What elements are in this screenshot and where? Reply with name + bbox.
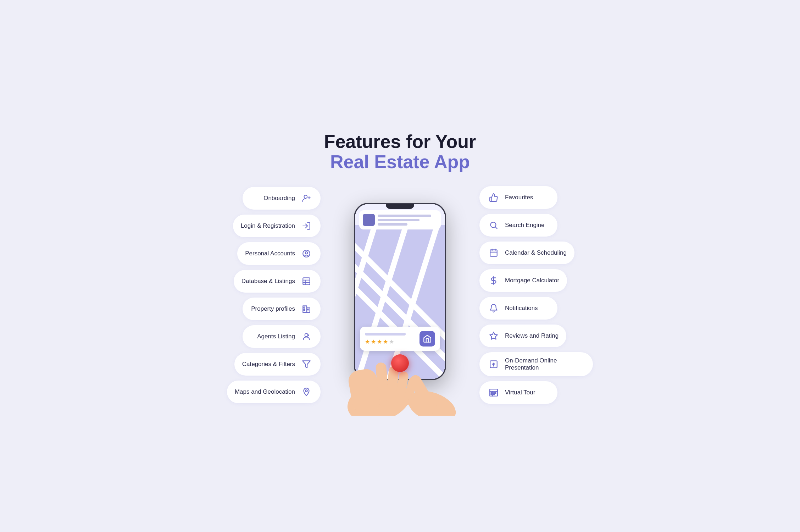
phone-header-card (359, 210, 441, 229)
star-filled: ★ (365, 338, 370, 345)
feature-pill-property-profiles: Property profiles (243, 298, 321, 320)
svg-rect-13 (304, 307, 305, 308)
feature-icon-notifications (487, 302, 500, 315)
feature-pill-online-presentation: On-Demand Online Presentation (479, 352, 593, 376)
svg-point-18 (305, 390, 307, 392)
feature-pill-personal-accounts: Personal Accounts (237, 242, 321, 265)
feature-icon-login (300, 220, 313, 232)
feature-icon-favourites (487, 191, 500, 204)
feature-icon-property-profiles (300, 303, 313, 315)
star-empty: ★ (389, 338, 394, 345)
phone-header-lines (378, 215, 437, 226)
svg-rect-30 (402, 376, 418, 405)
title-line1: Features for Your (207, 132, 593, 152)
left-features-column: Onboarding Login & Registration Personal… (207, 187, 321, 403)
feature-label-favourites: Favourites (505, 194, 533, 201)
feature-pill-mortgage-calculator: Mortgage Calculator (479, 269, 567, 292)
phone-red-button[interactable] (391, 354, 409, 372)
feature-pill-onboarding: Onboarding (243, 187, 321, 210)
title-line2: Real Estate App (207, 152, 593, 172)
svg-rect-49 (494, 394, 494, 395)
svg-point-0 (304, 195, 307, 199)
feature-icon-agents-listing (300, 330, 313, 343)
phone-body: ★★★★★ (354, 203, 446, 380)
card-home-icon (420, 331, 435, 347)
feature-label-virtual-tour: Virtual Tour (505, 389, 535, 396)
star-filled: ★ (383, 338, 388, 345)
svg-rect-47 (491, 394, 491, 395)
svg-marker-17 (302, 361, 310, 368)
phone-illustration: ★★★★★ (321, 203, 479, 387)
main-layout: Onboarding Login & Registration Personal… (207, 186, 593, 404)
feature-label-online-presentation: On-Demand Online Presentation (505, 357, 585, 371)
feature-icon-onboarding (300, 192, 313, 205)
feature-pill-calendar-scheduling: Calendar & Scheduling (479, 242, 574, 264)
feature-label-login: Login & Registration (241, 222, 295, 229)
card-title-bar (365, 333, 406, 336)
feature-icon-personal-accounts (300, 247, 313, 260)
feature-icon-online-presentation (487, 358, 500, 371)
property-card: ★★★★★ (360, 327, 440, 351)
svg-rect-50 (495, 393, 496, 393)
svg-point-31 (404, 385, 460, 416)
feature-pill-login: Login & Registration (233, 215, 321, 237)
feature-label-property-profiles: Property profiles (251, 305, 295, 312)
svg-rect-46 (491, 393, 491, 393)
phone-wrapper: ★★★★★ (350, 203, 450, 387)
feature-icon-calendar-scheduling (487, 246, 500, 259)
feature-icon-reviews-rating (487, 329, 500, 342)
header-line-2 (378, 219, 420, 221)
feature-label-categories-filters: Categories & Filters (242, 361, 295, 368)
svg-rect-6 (303, 278, 310, 285)
svg-rect-14 (304, 309, 305, 310)
star-filled: ★ (371, 338, 376, 345)
feature-label-maps-geolocation: Maps and Geolocation (235, 388, 295, 395)
feature-pill-agents-listing: Agents Listing (243, 325, 321, 348)
svg-line-34 (495, 227, 497, 229)
feature-icon-mortgage-calculator (487, 274, 500, 287)
feature-pill-database: Database & Listings (234, 270, 321, 293)
feature-pill-virtual-tour: Virtual Tour (479, 381, 557, 404)
feature-label-mortgage-calculator: Mortgage Calculator (505, 277, 559, 284)
card-info: ★★★★★ (365, 333, 416, 345)
feature-icon-maps-geolocation (300, 386, 313, 398)
feature-label-agents-listing: Agents Listing (257, 333, 295, 340)
svg-rect-48 (494, 393, 494, 393)
header-line-1 (378, 215, 431, 217)
feature-pill-notifications: Notifications (479, 297, 557, 320)
feature-icon-virtual-tour (487, 386, 500, 399)
feature-icon-categories-filters (300, 358, 313, 371)
svg-rect-15 (307, 309, 309, 310)
feature-pill-categories-filters: Categories & Filters (234, 353, 321, 376)
feature-pill-favourites: Favourites (479, 186, 557, 209)
feature-label-reviews-rating: Reviews and Rating (505, 332, 559, 339)
header-line-3 (378, 223, 407, 226)
right-features-column: Favourites Search Engine Calendar & Sche… (479, 186, 593, 404)
feature-pill-search-engine: Search Engine (479, 214, 557, 237)
phone-thumbnail (363, 214, 375, 226)
page: Features for Your Real Estate App Onboar… (200, 117, 600, 415)
title-section: Features for Your Real Estate App (207, 132, 593, 172)
feature-pill-maps-geolocation: Maps and Geolocation (227, 381, 321, 403)
feature-label-search-engine: Search Engine (505, 222, 545, 229)
feature-icon-search-engine (487, 219, 500, 232)
feature-label-database: Database & Listings (241, 278, 295, 285)
feature-icon-database (300, 275, 313, 288)
feature-label-onboarding: Onboarding (263, 195, 295, 202)
phone-screen: ★★★★★ (355, 204, 445, 379)
svg-rect-35 (490, 250, 497, 256)
feature-label-notifications: Notifications (505, 305, 538, 312)
feature-label-calendar-scheduling: Calendar & Scheduling (505, 249, 567, 256)
svg-point-5 (305, 252, 308, 254)
svg-point-33 (490, 222, 496, 228)
svg-marker-40 (490, 332, 498, 339)
phone-notch (386, 204, 414, 209)
feature-label-personal-accounts: Personal Accounts (245, 250, 295, 257)
svg-point-25 (343, 375, 415, 416)
card-stars: ★★★★★ (365, 338, 416, 345)
feature-pill-reviews-rating: Reviews and Rating (479, 325, 566, 347)
star-filled: ★ (377, 338, 382, 345)
